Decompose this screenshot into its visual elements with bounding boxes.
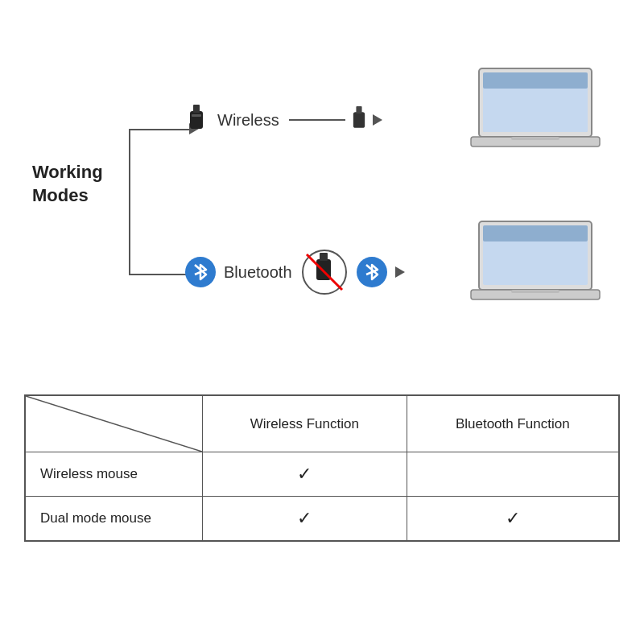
svg-rect-0 — [190, 111, 203, 129]
row2-wireless-check: ✓ — [203, 497, 407, 541]
laptop-bottom — [467, 217, 604, 317]
wireless-label: Wireless — [217, 111, 279, 130]
bluetooth-icon-left — [185, 257, 216, 287]
h-line-top — [129, 129, 193, 130]
diagram-section: Working Modes — [16, 16, 628, 386]
usb-dongle-laptop-wireless — [349, 106, 369, 134]
bluetooth-icon-right — [357, 257, 387, 287]
table-header-diagonal — [26, 396, 203, 452]
v-line — [129, 129, 130, 274]
row1-bluetooth-check — [407, 452, 618, 497]
wireless-row: Wireless — [185, 105, 382, 135]
comparison-table: Wireless Function Bluetooth Function Wir… — [25, 395, 619, 541]
working-modes-label: Working Modes — [32, 161, 103, 207]
svg-rect-10 — [511, 137, 559, 140]
svg-rect-8 — [483, 72, 588, 89]
table-header-row: Wireless Function Bluetooth Function — [26, 396, 619, 452]
row1-wireless-check: ✓ — [203, 452, 407, 497]
svg-line-20 — [26, 396, 202, 452]
svg-rect-4 — [356, 106, 361, 114]
svg-rect-19 — [511, 290, 559, 293]
h-line-bottom — [129, 274, 193, 275]
svg-rect-13 — [320, 253, 328, 261]
diagonal-line-svg — [26, 396, 202, 452]
row2-label: Dual mode mouse — [26, 497, 203, 541]
usb-dongle-wireless — [185, 105, 208, 135]
table-row: Dual mode mouse ✓ ✓ — [26, 497, 619, 541]
row2-bluetooth-check: ✓ — [407, 497, 618, 541]
table-section: Wireless Function Bluetooth Function Wir… — [24, 394, 620, 542]
laptop-top — [467, 64, 604, 164]
table-body: Wireless mouse ✓ Dual mode mouse ✓ ✓ — [26, 452, 619, 541]
wireless-arrow-line — [289, 106, 382, 134]
no-dongle-icon — [300, 248, 349, 296]
bluetooth-arrow — [395, 266, 405, 278]
svg-rect-1 — [193, 105, 200, 113]
table-header-bluetooth: Bluetooth Function — [407, 396, 618, 452]
bluetooth-row: Bluetooth — [185, 248, 405, 296]
laptop-bluetooth-svg — [467, 217, 604, 314]
svg-rect-17 — [483, 225, 588, 242]
laptop-wireless-svg — [467, 64, 604, 161]
row1-label: Wireless mouse — [26, 452, 203, 497]
table-header-wireless: Wireless Function — [203, 396, 407, 452]
main-container: Working Modes — [0, 0, 644, 644]
svg-rect-2 — [192, 114, 201, 117]
table-row: Wireless mouse ✓ — [26, 452, 619, 497]
diagram-inner: Working Modes — [24, 32, 620, 370]
svg-rect-3 — [353, 112, 365, 128]
bluetooth-label: Bluetooth — [224, 263, 292, 282]
